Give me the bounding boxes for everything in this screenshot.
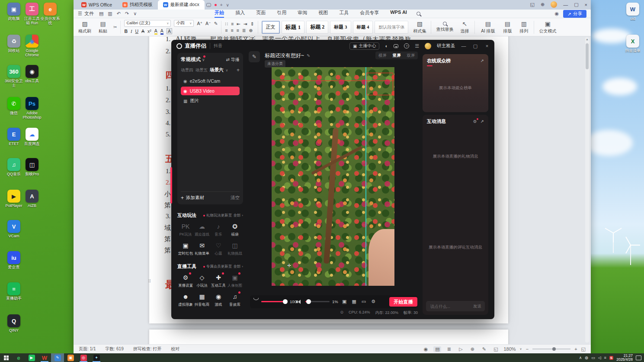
scrollbar-thumb[interactable]	[586, 43, 589, 69]
arrange-button[interactable]: ▥ 排列	[517, 20, 530, 34]
tool-item[interactable]: ☻ 虚拟形象	[177, 292, 194, 307]
zoom-slider-knob[interactable]	[552, 347, 556, 351]
desktop-icon[interactable]: ♻ 回收站	[4, 35, 23, 53]
highlight-color-button[interactable]: A	[154, 28, 157, 35]
ai-layout-button[interactable]: ▤ AI 排版	[478, 20, 497, 34]
live-maximize-button[interactable]: ▢	[472, 43, 478, 49]
desktop-icon[interactable]: ◉ Google Chrome	[22, 35, 42, 58]
orientation-option[interactable]: 竖屏	[390, 53, 404, 58]
file-menu[interactable]: 文件	[84, 10, 94, 17]
bold-button[interactable]: B	[124, 29, 128, 34]
mic-volume-slider[interactable]	[261, 301, 285, 302]
stream-title[interactable]: 标题还没有想好~	[265, 52, 304, 59]
desktop-icon[interactable]: iu 爱企查	[4, 251, 23, 269]
clear-format-icon[interactable]: ✎	[214, 21, 218, 26]
tray-icon[interactable]: ∧	[579, 356, 582, 360]
wps-minimize-button[interactable]: —	[563, 2, 568, 7]
desktop-icon[interactable]: ✆ 微信	[4, 97, 23, 115]
style-chip[interactable]: 标题 4	[353, 21, 373, 34]
edit-mode-icon[interactable]: ✎	[480, 346, 488, 352]
desktop-icon[interactable]: Q QINY	[4, 314, 23, 333]
share-button[interactable]: ↗ 分享	[563, 10, 586, 18]
hamburger-icon[interactable]: ☰	[78, 11, 82, 16]
record-icon[interactable]: ▭	[362, 299, 366, 304]
strikethrough-button[interactable]: A	[141, 29, 144, 34]
clear-button[interactable]: 清空	[231, 195, 240, 201]
add-scene-button[interactable]: +	[237, 67, 240, 73]
anchor-center-button[interactable]: ▣ 主播中心	[349, 42, 379, 50]
start-live-button[interactable]: 开始直播	[389, 297, 417, 307]
main-menu-icon[interactable]: ☰	[415, 43, 419, 49]
justify-button[interactable]: ≣	[242, 28, 246, 33]
send-button[interactable]: 发送	[473, 304, 481, 309]
undo-icon[interactable]: ↶	[117, 11, 121, 16]
ribbon-menu-tab[interactable]: 审阅	[298, 10, 307, 18]
clock[interactable]: 21:27 2025/4/28	[616, 354, 633, 362]
stream-settings-icon[interactable]: ⚙	[371, 299, 375, 304]
tab-list-chevron[interactable]: ∨	[226, 3, 229, 7]
print-icon[interactable]: ▥	[108, 11, 112, 16]
play-item[interactable]: ☁ 观众连线	[194, 222, 210, 237]
save-icon[interactable]: ▤	[99, 11, 103, 16]
official-doc-mode-button[interactable]: ▣ 公文模式	[538, 20, 557, 34]
username[interactable]: 研主雅圣	[437, 43, 455, 49]
taskbar-app-icon[interactable]: e	[12, 353, 25, 362]
desktop-icon[interactable]: X 抖音清单	[623, 35, 642, 53]
tool-item[interactable]: ▣ 人像抠图	[227, 273, 243, 288]
play-item[interactable]: ♡ 心愿	[210, 241, 227, 256]
camera-icon[interactable]: ▣	[342, 299, 346, 304]
desktop-icon[interactable]: V VCam	[4, 220, 23, 238]
desktop-icon[interactable]: ▣ 此电脑	[4, 3, 23, 21]
tray-icon[interactable]: ◍	[585, 356, 588, 360]
fullscreen-icon[interactable]: ◱	[581, 346, 586, 352]
character-shading-button[interactable]: A	[167, 28, 172, 34]
taskbar-app-icon[interactable]: ✎	[51, 353, 64, 362]
chat-input[interactable]	[429, 304, 473, 309]
paste-button[interactable]: ▤ 粘贴	[95, 20, 111, 34]
play-item[interactable]: ✪ 福袋	[227, 222, 243, 237]
desktop-icon[interactable]: ▶ PotPlayer	[4, 190, 23, 208]
zoom-level[interactable]: 180%	[503, 346, 516, 352]
play-update-link[interactable]: 礼物玩法更新至 全部 ›	[203, 213, 243, 218]
play-view-icon[interactable]: ▷	[457, 346, 465, 352]
ribbon-menu-tab[interactable]: 页面	[256, 10, 266, 18]
style-set-button[interactable]: ▧ 样式集	[412, 20, 427, 34]
selection-rectangle[interactable]	[366, 73, 393, 95]
style-chip[interactable]: 标题 3	[330, 21, 351, 34]
wps-close-button[interactable]: ×	[585, 2, 587, 7]
tool-item[interactable]: ⚙ 直播设置	[177, 273, 194, 288]
outline-view-icon[interactable]: ≣	[445, 346, 453, 352]
ribbon-menu-tab[interactable]: 引用	[277, 10, 286, 18]
ribbon-menu-tab[interactable]: 会员专享	[360, 10, 379, 18]
wps-user-avatar[interactable]	[551, 1, 557, 8]
add-material-button[interactable]: 添加素材	[186, 195, 204, 201]
eye-protect-icon[interactable]: ◉	[555, 11, 559, 16]
spell-check[interactable]: 拼写检查: 打开	[133, 346, 162, 352]
pop-out-icon[interactable]: ↗	[481, 58, 484, 63]
document-tab[interactable]: D 找稻壳模板	[117, 0, 158, 10]
feedback-icon[interactable]	[394, 44, 398, 48]
play-item[interactable]: ♪ 音乐	[210, 222, 227, 237]
increase-font-icon[interactable]: A⁺	[197, 21, 202, 26]
document-tab[interactable]: W 最新搭建.docx	[158, 0, 205, 10]
scroll-up-arrow[interactable]: ▲	[585, 38, 589, 41]
desktop-icon[interactable]: ◫ 剪映Pro	[22, 158, 42, 176]
tray-icon[interactable]: ▭	[591, 356, 595, 360]
speaker-volume-slider[interactable]	[305, 301, 330, 302]
theme-toggle-icon[interactable]: ◐	[385, 43, 388, 48]
tool-item[interactable]: ◇ 小玩法	[194, 273, 210, 288]
font-color-button[interactable]: A	[160, 28, 163, 35]
page-view-icon[interactable]: ▤	[433, 346, 441, 352]
fit-page-icon[interactable]: ◱	[492, 346, 500, 352]
chat-input-box[interactable]: 发送	[426, 301, 485, 311]
ribbon-menu-tab[interactable]: 插入	[235, 10, 245, 18]
style-chip[interactable]: 标题 2	[306, 21, 328, 34]
desktop-icon[interactable]: ♫ QQ音乐	[4, 158, 23, 176]
font-size-select[interactable]: 小四 ∨	[174, 20, 194, 27]
document-tab[interactable]: W WPS Office	[76, 0, 117, 10]
speaker-icon[interactable]	[298, 300, 301, 304]
new-tab-button[interactable]: +	[220, 3, 223, 7]
align-center-button[interactable]: ≡	[231, 28, 233, 33]
word-count[interactable]: 字数: 619	[105, 346, 123, 352]
align-right-button[interactable]: ≡	[237, 28, 239, 33]
